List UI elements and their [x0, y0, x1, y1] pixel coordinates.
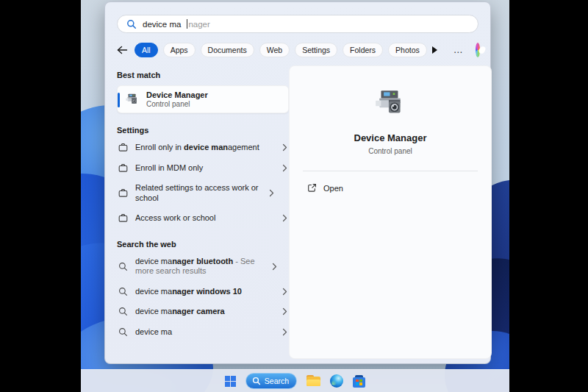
tab-photos[interactable]: Photos: [388, 43, 427, 57]
taskbar-search-button[interactable]: Search: [245, 373, 297, 389]
search-web-section-header: Search the web: [117, 240, 289, 249]
best-match-header: Best match: [117, 71, 289, 79]
expand-tabs-icon[interactable]: [432, 46, 437, 54]
preview-title: Device Manager: [354, 132, 427, 143]
file-explorer-icon[interactable]: [306, 375, 320, 387]
search-icon: [252, 377, 261, 385]
search-input[interactable]: device ma nager: [117, 15, 478, 33]
search-icon: [118, 307, 128, 316]
web-result-device-manager-camera[interactable]: device manager camera: [117, 302, 289, 322]
settings-section-header: Settings: [117, 126, 289, 135]
search-flyout-panel: device ma nager All Apps Documents Web S…: [104, 1, 491, 364]
search-icon: [118, 262, 128, 271]
chevron-right-icon: [282, 214, 287, 222]
settings-result-enroll-device-management[interactable]: Enroll only in device management: [117, 138, 289, 158]
settings-result-access-work-school[interactable]: Access work or school: [117, 208, 289, 229]
web-result-device-manager-bluetooth[interactable]: device manager bluetooth - See more sear…: [117, 252, 289, 282]
microsoft-store-icon[interactable]: [353, 375, 365, 388]
tab-folders[interactable]: Folders: [343, 43, 383, 57]
settings-result-enroll-mdm[interactable]: Enroll in MDM only: [117, 158, 289, 179]
search-query-typed: device ma: [143, 20, 181, 29]
text-caret: [187, 19, 187, 29]
settings-result-related-settings[interactable]: Related settings to access work or schoo…: [117, 178, 289, 208]
device-manager-icon: [125, 92, 140, 107]
tab-apps[interactable]: Apps: [163, 43, 196, 57]
device-manager-icon-large: [373, 86, 407, 120]
search-icon: [118, 287, 128, 296]
more-options-button[interactable]: …: [453, 48, 464, 52]
preview-subtitle: Control panel: [368, 147, 412, 155]
result-preview-pane: Device Manager Control panel Open: [289, 65, 492, 359]
chevron-right-icon: [282, 164, 287, 172]
open-external-icon: [307, 183, 317, 193]
taskbar-search-label: Search: [265, 377, 289, 385]
best-match-subtitle: Control panel: [146, 100, 208, 109]
desktop-stage: device ma nager All Apps Documents Web S…: [0, 0, 588, 392]
settings-results: Enroll only in device management Enroll …: [117, 138, 289, 229]
web-result-device-manager-windows-10[interactable]: device manager windows 10: [117, 282, 289, 302]
open-label: Open: [323, 184, 343, 193]
chevron-right-icon: [269, 189, 274, 197]
briefcase-icon: [118, 188, 128, 198]
selection-accent-bar: [118, 93, 120, 107]
open-action-button[interactable]: Open: [303, 181, 348, 195]
start-button-windows-icon[interactable]: [225, 376, 236, 387]
chevron-right-icon: [282, 288, 287, 296]
chevron-right-icon: [282, 328, 287, 336]
tab-documents[interactable]: Documents: [201, 43, 254, 57]
search-results-list: Best match: [117, 65, 289, 363]
web-result-device-ma[interactable]: device ma: [117, 322, 289, 343]
chevron-right-icon: [272, 263, 277, 271]
best-match-title: Device Manager: [146, 90, 208, 100]
tab-all[interactable]: All: [135, 43, 158, 57]
search-query-suggestion: nager: [188, 20, 209, 29]
edge-browser-icon[interactable]: [330, 374, 343, 388]
chevron-right-icon: [282, 307, 287, 316]
briefcase-icon: [118, 143, 128, 152]
preview-divider: [303, 171, 478, 171]
briefcase-icon: [118, 213, 128, 223]
best-match-result-device-manager[interactable]: Device Manager Control panel: [117, 85, 289, 113]
tab-web[interactable]: Web: [259, 43, 290, 57]
web-results: device manager bluetooth - See more sear…: [117, 252, 289, 343]
back-arrow-icon: [117, 46, 128, 54]
chevron-right-icon: [282, 143, 287, 152]
tab-settings[interactable]: Settings: [295, 43, 337, 57]
copilot-icon[interactable]: [476, 43, 480, 57]
search-filter-tabs: All Apps Documents Web Settings Folders …: [117, 42, 480, 57]
best-match-text: Device Manager Control panel: [146, 90, 208, 109]
desktop-wallpaper: device ma nager All Apps Documents Web S…: [81, 0, 509, 392]
taskbar: Search: [81, 369, 509, 392]
briefcase-icon: [118, 163, 128, 173]
search-icon: [126, 19, 137, 29]
search-icon: [118, 327, 128, 337]
back-button[interactable]: [117, 46, 128, 54]
